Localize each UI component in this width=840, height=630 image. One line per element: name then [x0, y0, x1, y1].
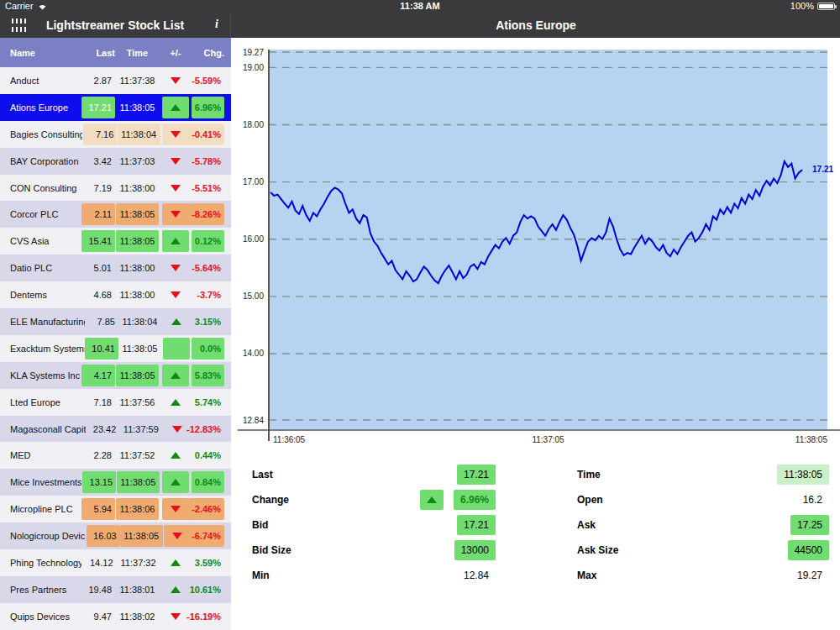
detail-label: Bid — [252, 519, 268, 531]
up-arrow-icon — [420, 490, 444, 510]
time-cell: 11:37:52 — [115, 442, 160, 469]
stock-name: Pres Partners — [0, 576, 80, 603]
table-header-row: Name Last Time +/- Chg. — [0, 38, 231, 67]
detail-value: 17.21 — [457, 515, 496, 535]
table-row[interactable]: Phing Technology14.1211:37:323.59% — [0, 549, 231, 576]
stock-name: CON Consulting — [0, 175, 80, 202]
stock-name: Lted Europe — [0, 389, 80, 416]
app-window: Carrier 11:38 AM 100% Lightstreamer Stoc… — [0, 0, 840, 630]
svg-text:11:36:05: 11:36:05 — [273, 435, 306, 444]
time-cell: 11:38:05 — [115, 201, 160, 228]
info-icon[interactable]: i — [215, 18, 218, 31]
stock-name: Corcor PLC — [0, 201, 80, 228]
column-header-name[interactable]: Name — [0, 38, 80, 67]
down-arrow-icon — [171, 185, 181, 192]
table-row[interactable]: BAY Corporation3.4211:37:03-5.78% — [0, 148, 231, 175]
last-price-cell: 13.15 — [81, 469, 117, 496]
change-percent-cell: -3.7% — [192, 281, 231, 308]
down-arrow-icon — [171, 613, 181, 620]
stock-name: Dentems — [0, 281, 80, 308]
detail-row-ask-size: Ask Size44500 — [577, 538, 829, 563]
stock-name: Anduct — [0, 67, 80, 94]
table-row[interactable]: MED2.2811:37:520.44% — [0, 442, 231, 469]
change-percent-cell: 6.96% — [192, 94, 231, 121]
time-cell: 11:38:02 — [115, 603, 160, 630]
stock-name: Nologicroup Devic… — [0, 522, 87, 549]
column-header-time[interactable]: Time — [115, 38, 160, 67]
table-row[interactable]: Mice Investments13.1511:38:050.84% — [0, 469, 231, 496]
last-price-cell: 2.28 — [80, 442, 115, 469]
direction-cell — [160, 175, 192, 202]
detail-label: Bid Size — [252, 544, 291, 556]
change-percent-cell: 3.15% — [192, 308, 231, 335]
table-row[interactable]: Exacktum Systems10.4111:38:050.0% — [0, 335, 231, 362]
down-arrow-icon — [171, 506, 181, 512]
svg-text:16.00: 16.00 — [243, 234, 264, 244]
change-percent-cell: -8.26% — [192, 201, 231, 228]
change-percent-cell: 0.44% — [192, 442, 231, 469]
table-row[interactable]: CVS Asia15.4111:38:050.12% — [0, 228, 231, 255]
table-row[interactable]: Quips Devices9.4711:38:02-16.19% — [0, 603, 231, 630]
direction-cell — [160, 94, 192, 121]
table-row[interactable]: Corcor PLC2.1111:38:05-8.26% — [0, 201, 231, 228]
stock-name: Micropline PLC — [0, 496, 80, 522]
column-header-direction[interactable]: +/- — [160, 38, 192, 67]
detail-label: Last — [252, 469, 273, 480]
price-chart-svg: 19.2719.0018.0017.0016.0015.0014.0012.84… — [231, 38, 840, 454]
direction-cell — [160, 201, 192, 228]
table-row[interactable]: Pres Partners19.4811:38:0110.61% — [0, 576, 231, 603]
table-row[interactable]: Magasconall Capital23.4211:37:59-12.83% — [0, 416, 231, 443]
column-header-change[interactable]: Chg. — [192, 38, 231, 67]
change-percent-cell: -16.19% — [192, 603, 231, 630]
table-row[interactable]: Lted Europe7.1811:37:565.74% — [0, 389, 231, 416]
detail-label: Open — [577, 494, 603, 506]
detail-value: 12.84 — [457, 565, 496, 585]
last-price-cell: 7.85 — [85, 308, 118, 335]
up-arrow-icon — [171, 318, 181, 325]
stock-name: Ations Europe — [0, 94, 80, 121]
column-header-last[interactable]: Last — [80, 38, 115, 67]
stock-name: Magasconall Capital — [0, 416, 86, 443]
direction-cell — [160, 255, 192, 281]
change-percent-cell: 10.61% — [192, 576, 231, 603]
table-row[interactable]: Dentems4.6811:38:00-3.7% — [0, 281, 231, 308]
table-row[interactable]: Micropline PLC5.9411:38:06-2.46% — [0, 496, 231, 522]
battery-icon — [817, 3, 835, 10]
table-row[interactable]: Nologicroup Devic…16.0311:38:05-6.74% — [0, 522, 231, 549]
table-row[interactable]: CON Consulting7.1911:38:00-5.51% — [0, 175, 231, 202]
detail-row-change: Change6.96% — [252, 487, 496, 512]
time-cell: 11:38:04 — [118, 308, 161, 335]
change-percent-cell: 5.83% — [192, 362, 231, 389]
down-arrow-icon — [172, 533, 182, 539]
time-cell: 11:38:06 — [115, 496, 160, 522]
detail-value: 19.27 — [790, 565, 829, 585]
last-price-cell: 7.16 — [82, 121, 117, 148]
detail-value: 13000 — [454, 540, 496, 560]
detail-label: Max — [577, 570, 596, 581]
table-row[interactable]: Anduct2.8711:37:38-5.59% — [0, 67, 231, 94]
detail-row-last: Last17.21 — [252, 462, 496, 487]
change-percent-cell: -5.78% — [192, 148, 231, 175]
up-arrow-icon — [171, 372, 181, 379]
change-percent-cell: -5.59% — [192, 67, 231, 94]
last-price-cell: 10.41 — [85, 335, 118, 362]
down-arrow-icon — [171, 265, 181, 271]
nav-right-pane: Ations Europe — [232, 13, 840, 38]
table-row[interactable]: KLA Systems Inc4.1711:38:055.83% — [0, 362, 231, 389]
detail-row-min: Min12.84 — [252, 563, 496, 588]
detail-fields-panel: Last17.21Change6.96%Bid17.21Bid Size1300… — [231, 462, 840, 630]
table-row[interactable]: Ations Europe17.2111:38:056.96% — [0, 94, 231, 121]
direction-cell — [160, 496, 192, 522]
svg-text:14.00: 14.00 — [243, 349, 264, 358]
detail-row-bid-size: Bid Size13000 — [252, 538, 496, 563]
detail-row-open: Open16.2 — [577, 487, 829, 512]
table-row[interactable]: ELE Manufacturing7.8511:38:043.15% — [0, 308, 231, 335]
change-percent-cell: -0.41% — [192, 121, 231, 148]
direction-cell — [161, 335, 192, 362]
time-cell: 11:38:01 — [115, 576, 160, 603]
table-row[interactable]: Datio PLC5.0111:38:00-5.64% — [0, 255, 231, 281]
stock-name: Bagies Consulting — [0, 121, 82, 148]
svg-text:11:38:05: 11:38:05 — [795, 435, 828, 444]
detail-row-bid: Bid17.21 — [252, 512, 496, 538]
table-row[interactable]: Bagies Consulting7.1611:38:04-0.41% — [0, 121, 231, 148]
